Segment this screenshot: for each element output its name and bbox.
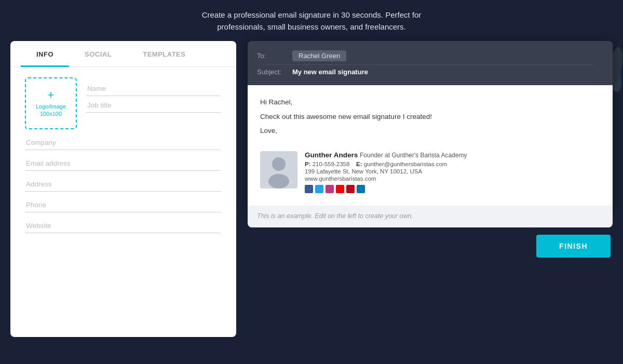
logo-label: Logo/Image 100x100 bbox=[36, 103, 66, 118]
body-main: Check out this awesome new email signatu… bbox=[260, 111, 600, 123]
sig-title: Founder at Gunther's Barista Academy bbox=[360, 152, 467, 159]
website-row bbox=[25, 219, 221, 235]
email-header: To: Rachel Green Subject: My new email s… bbox=[248, 41, 613, 85]
sig-website-line: www.gunthersbaristas.com bbox=[305, 176, 600, 182]
tab-info[interactable]: INFO bbox=[21, 41, 69, 67]
subject-label: Subject: bbox=[257, 68, 287, 76]
form-area: + Logo/Image 100x100 bbox=[10, 67, 236, 250]
finish-row: FINISH bbox=[248, 235, 613, 258]
company-input[interactable] bbox=[25, 136, 221, 150]
tabs: INFO SOCIAL TEMPLATES bbox=[10, 41, 236, 67]
phone-row bbox=[25, 198, 221, 214]
svg-point-20 bbox=[268, 174, 289, 188]
pinterest-icon bbox=[346, 185, 355, 193]
job-title-input[interactable] bbox=[86, 98, 221, 113]
address-input[interactable] bbox=[25, 177, 221, 192]
svg-point-19 bbox=[272, 157, 286, 171]
instagram-icon bbox=[326, 185, 334, 193]
youtube-icon bbox=[336, 185, 344, 193]
email-to-row: To: Rachel Green bbox=[257, 47, 603, 64]
sig-address-line: 199 Lafayette St, New York, NY 10012, US… bbox=[305, 168, 600, 174]
email-window: To: Rachel Green Subject: My new email s… bbox=[248, 41, 613, 206]
sig-phone-line: P: 210-559-2358 E: gunther@gunthersbaris… bbox=[305, 161, 600, 167]
left-panel: INFO SOCIAL TEMPLATES + Logo/Image 100x1… bbox=[10, 41, 236, 337]
twitter-icon bbox=[315, 185, 323, 193]
right-panel: To: Rachel Green Subject: My new email s… bbox=[236, 41, 613, 337]
email-input[interactable] bbox=[25, 156, 221, 171]
name-job-fields bbox=[86, 77, 221, 115]
to-label: To: bbox=[257, 52, 287, 60]
linkedin-icon bbox=[357, 185, 365, 193]
preview-hint: This is an example. Edit on the left to … bbox=[257, 212, 413, 220]
name-input[interactable] bbox=[86, 82, 221, 96]
address-row bbox=[25, 177, 221, 194]
plus-icon: + bbox=[48, 89, 55, 101]
subject-text: My new email signature bbox=[292, 68, 368, 76]
logo-upload[interactable]: + Logo/Image 100x100 bbox=[25, 77, 77, 129]
to-recipient: Rachel Green bbox=[292, 50, 346, 61]
website-input[interactable] bbox=[25, 219, 221, 233]
social-icons bbox=[305, 185, 600, 193]
form-top-row: + Logo/Image 100x100 bbox=[25, 77, 221, 129]
tab-templates[interactable]: TEMPLATES bbox=[127, 41, 201, 67]
body-greeting: Hi Rachel, bbox=[260, 97, 600, 108]
company-row bbox=[25, 136, 221, 152]
header: Create a professional email signature in… bbox=[0, 0, 623, 41]
sig-info: Gunther Anders Founder at Gunther's Bari… bbox=[305, 151, 600, 193]
body-closing: Love, bbox=[260, 125, 600, 137]
email-row bbox=[25, 156, 221, 173]
main-content: INFO SOCIAL TEMPLATES + Logo/Image 100x1… bbox=[0, 41, 623, 347]
phone-input[interactable] bbox=[25, 198, 221, 212]
sig-name-line: Gunther Anders Founder at Gunther's Bari… bbox=[305, 151, 600, 159]
sig-full-name: Gunther Anders bbox=[305, 151, 358, 159]
preview-footer: This is an example. Edit on the left to … bbox=[248, 206, 613, 227]
sig-avatar bbox=[260, 151, 297, 188]
tagline: Create a professional email signature in… bbox=[10, 9, 613, 33]
signature-block: Gunther Anders Founder at Gunther's Bari… bbox=[260, 146, 600, 193]
tab-social[interactable]: SOCIAL bbox=[69, 41, 127, 67]
email-body: Hi Rachel, Check out this awesome new em… bbox=[248, 85, 613, 206]
email-subject-row: Subject: My new email signature bbox=[257, 65, 603, 79]
facebook-icon bbox=[305, 185, 313, 193]
finish-button[interactable]: FINISH bbox=[536, 235, 611, 258]
